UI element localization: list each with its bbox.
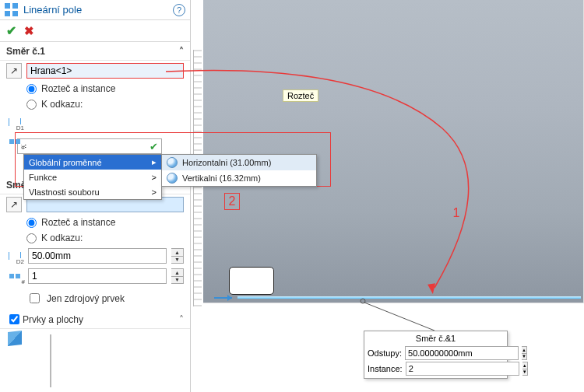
- variable-dropdown[interactable]: Globální proměnné▸ Funkce> Vlastnosti so…: [23, 154, 162, 200]
- distance-d2-icon: D2: [6, 249, 23, 263]
- features-label: Prvky a plochy: [23, 314, 83, 325]
- feature-cube-icon: [8, 331, 22, 346]
- dimension-flyout[interactable]: Směr č.&1 Odstupy: ▲▼ Instance: ▲▼: [364, 331, 508, 379]
- dropdown-file-props[interactable]: Vlastnosti souboru>: [24, 184, 161, 199]
- annotation-arrow-head: [427, 283, 437, 294]
- submenu-arrow-icon: >: [152, 187, 157, 197]
- svg-marker-1: [227, 295, 232, 301]
- panel-header: Lineární pole ?: [0, 0, 190, 20]
- section-features[interactable]: Prvky a plochy ˄: [0, 310, 190, 329]
- submenu-arrow-icon: >: [152, 173, 157, 182]
- axis-arrow-icon: [212, 291, 235, 305]
- radio-spacing-2[interactable]: [26, 218, 37, 228]
- distance-row: D1: [0, 112, 190, 132]
- chevron-up-icon: ˄: [179, 314, 184, 325]
- submenu-arrow-icon: ▸: [152, 157, 157, 167]
- flyout-title: Směr č.&1: [364, 333, 507, 345]
- source-only-row[interactable]: Jen zdrojový prvek: [0, 286, 190, 310]
- flyout-offset-spinner[interactable]: ▲▼: [522, 346, 527, 360]
- flyout-instance-input[interactable]: [406, 362, 519, 376]
- dropdown-functions[interactable]: Funkce>: [24, 170, 161, 184]
- radio-label: K odkazu:: [41, 233, 83, 243]
- radio-spacing-instances[interactable]: Rozteč a instance: [0, 81, 190, 96]
- features-row: [0, 329, 190, 392]
- distance2-spinner[interactable]: ▲▼: [171, 248, 184, 264]
- radio-ref[interactable]: [26, 100, 37, 110]
- count2-icon: #: [6, 269, 23, 283]
- radio-spacing[interactable]: [26, 84, 37, 94]
- dropdown-global-vars[interactable]: Globální proměnné▸: [24, 155, 161, 170]
- svg-line-3: [364, 303, 434, 331]
- section-direction-1[interactable]: Směr č.1 ˄: [0, 42, 190, 61]
- flyout-offset-input[interactable]: [405, 346, 519, 360]
- radio-reference-2[interactable]: K odkazu:: [0, 230, 190, 246]
- reverse-direction-button[interactable]: ↗: [6, 63, 22, 79]
- distance2-row: D2 ▲▼: [0, 246, 190, 266]
- radio-label: Rozteč a instance: [41, 217, 115, 228]
- direction-row: ↗: [0, 61, 190, 81]
- count2-input[interactable]: [28, 268, 167, 284]
- property-panel: Lineární pole ? ✔ ✖ Směr č.1 ˄ ↗ Rozteč …: [0, 0, 191, 392]
- direction-edge-input[interactable]: [26, 63, 184, 79]
- count2-spinner[interactable]: ▲▼: [171, 268, 184, 284]
- source-only-label: Jen zdrojový prvek: [47, 293, 125, 304]
- globe-icon: [167, 157, 178, 168]
- radio-reference[interactable]: K odkazu:: [0, 96, 190, 112]
- linear-pattern-icon: [5, 3, 19, 17]
- radio-ref-2[interactable]: [26, 233, 37, 243]
- annotation-number-1: 1: [449, 205, 464, 222]
- section-label: Směr č.1: [6, 46, 45, 57]
- radio-label: Rozteč a instance: [41, 83, 115, 94]
- submenu-vertical[interactable]: Vertikalni (16.32mm): [162, 170, 316, 186]
- cancel-button[interactable]: ✖: [24, 24, 34, 38]
- source-only-checkbox[interactable]: [30, 293, 40, 303]
- features-listbox[interactable]: [50, 334, 51, 387]
- globe-icon: [167, 173, 178, 184]
- radio-spacing-instances-2[interactable]: Rozteč a instance: [0, 215, 190, 230]
- help-icon[interactable]: ?: [173, 4, 185, 16]
- radio-label: K odkazu:: [41, 99, 83, 110]
- annotation-number-2: 2: [224, 193, 240, 210]
- flyout-instance-spinner[interactable]: ▲▼: [522, 362, 528, 376]
- flyout-instance-row: Instance: ▲▼: [364, 361, 507, 376]
- chevron-up-icon: ˄: [179, 46, 184, 57]
- features-checkbox[interactable]: [9, 314, 19, 324]
- submenu-horizontal[interactable]: Horizontalni (31.00mm): [162, 155, 316, 170]
- count2-row: # ▲▼: [0, 266, 190, 286]
- flyout-offset-label: Odstupy:: [368, 348, 402, 358]
- variable-submenu[interactable]: Horizontalni (31.00mm) Vertikalni (16.32…: [161, 154, 317, 187]
- distance2-input[interactable]: [28, 248, 167, 264]
- part-outline-marker: [229, 267, 274, 295]
- ok-button[interactable]: ✔: [6, 23, 16, 38]
- distance-d1-icon: D1: [6, 115, 23, 129]
- flyout-offset-row: Odstupy: ▲▼: [364, 345, 507, 361]
- panel-title: Lineární pole: [23, 4, 173, 16]
- flyout-instance-label: Instance:: [368, 364, 403, 373]
- tooltip: Rozteč: [283, 89, 318, 102]
- reverse-direction-button[interactable]: ↗: [6, 197, 22, 212]
- confirm-bar: ✔ ✖: [0, 20, 190, 42]
